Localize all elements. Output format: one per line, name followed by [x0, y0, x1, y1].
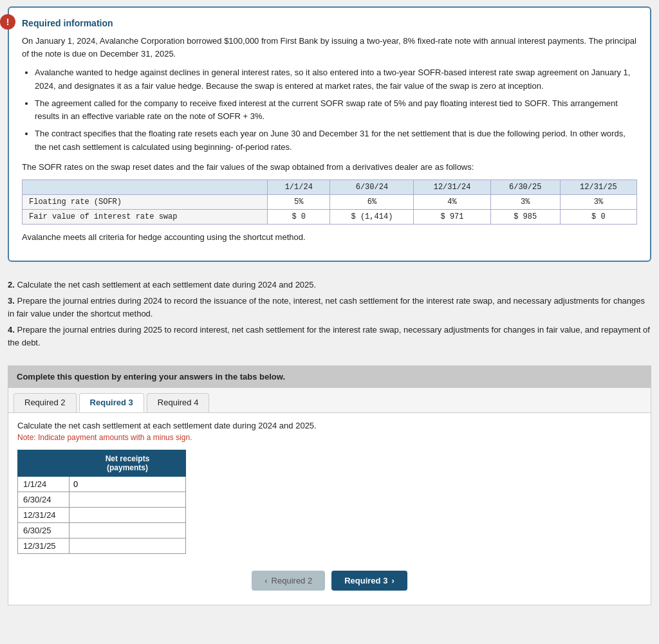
date-cell-2: 6/30/24 [18, 492, 70, 508]
input-12/31/24[interactable] [70, 508, 185, 522]
answer-table: Net receipts (payments) 1/1/24 [17, 450, 186, 554]
bullet-2: The agreement called for the company to … [35, 97, 637, 124]
nav-buttons: ‹ Required 2 Required 3 › [17, 564, 642, 597]
tab-note: Note: Indicate payment amounts with a mi… [17, 433, 642, 442]
table-row-1: 1/1/24 [18, 477, 186, 492]
sofr-table: 1/1/24 6/30/24 12/31/24 6/30/25 12/31/25… [22, 179, 637, 225]
info-closing: Avalanche meets all criteria for hedge a… [22, 231, 637, 244]
question-4: 4. Prepare the journal entries during 20… [8, 324, 651, 349]
sofr-row1-v3: 4% [414, 195, 490, 210]
info-paragraph1: On January 1, 2024, Avalanche Corporatio… [22, 35, 637, 60]
tab-description: Calculate the net cash settlement at eac… [17, 421, 642, 430]
tab-required4[interactable]: Required 4 [147, 393, 210, 412]
q4-text: Prepare the journal entries during 2025 … [8, 325, 650, 347]
tabs-wrapper: Required 2 Required 3 Required 4 Calcula… [8, 388, 651, 605]
complete-bar-text: Complete this question by entering your … [17, 372, 285, 382]
sofr-row2-v1: $ 0 [268, 210, 330, 225]
tab-required2[interactable]: Required 2 [14, 393, 77, 412]
info-box: ! Required information On January 1, 202… [8, 6, 651, 262]
sofr-row2-v3: $ 971 [414, 210, 490, 225]
table-row-3: 12/31/24 [18, 508, 186, 523]
tabs-row: Required 2 Required 3 Required 4 [8, 388, 651, 413]
exclamation-icon: ! [0, 14, 15, 30]
question-3: 3. Prepare the journal entries during 20… [8, 295, 651, 320]
input-cell-1[interactable] [70, 477, 186, 492]
date-cell-5: 12/31/25 [18, 538, 70, 554]
prev-label: Required 2 [272, 576, 313, 585]
q3-text: Prepare the journal entries during 2024 … [8, 296, 645, 318]
col-header-3: 12/31/24 [414, 180, 490, 195]
question-2: 2. Calculate the net cash settlement at … [8, 279, 651, 291]
prev-button[interactable]: ‹ Required 2 [252, 571, 325, 591]
input-cell-2[interactable] [70, 492, 186, 508]
q3-number: 3. [8, 296, 15, 306]
sofr-row1-v4: 3% [490, 195, 560, 210]
complete-bar: Complete this question by entering your … [8, 365, 651, 388]
input-cell-3[interactable] [70, 508, 186, 523]
sofr-intro: The SOFR rates on the swap reset dates a… [22, 161, 637, 174]
input-12/31/25[interactable] [70, 538, 185, 553]
sofr-row2-v2: $ (1,414) [330, 210, 414, 225]
page-wrapper: ! Required information On January 1, 202… [8, 6, 651, 605]
info-heading: Required information [22, 18, 637, 28]
date-cell-1: 1/1/24 [18, 477, 70, 492]
sofr-row2-v5: $ 0 [560, 210, 636, 225]
sofr-row2-label: Fair value of interest rate swap [23, 210, 268, 225]
bullet-3: The contract specifies that the floating… [35, 127, 637, 154]
input-cell-5[interactable] [70, 538, 186, 554]
sofr-row1-label: Floating rate (SOFR) [23, 195, 268, 210]
answer-table-wrapper: Net receipts (payments) 1/1/24 [17, 450, 642, 554]
input-cell-4[interactable] [70, 523, 186, 538]
table-row-2: 6/30/24 [18, 492, 186, 508]
col-header-empty [23, 180, 268, 195]
table-row-5: 12/31/25 [18, 538, 186, 554]
sofr-row1-v2: 6% [330, 195, 414, 210]
sofr-row1-v5: 3% [560, 195, 636, 210]
questions-section: 2. Calculate the net cash settlement at … [8, 272, 651, 360]
date-cell-3: 12/31/24 [18, 508, 70, 523]
bullet-1: Avalanche wanted to hedge against declin… [35, 66, 637, 93]
sofr-row-1: Floating rate (SOFR) 5% 6% 4% 3% 3% [23, 195, 637, 210]
sofr-row2-v4: $ 985 [490, 210, 560, 225]
info-bullets: Avalanche wanted to hedge against declin… [35, 66, 637, 154]
sofr-row-2: Fair value of interest rate swap $ 0 $ (… [23, 210, 637, 225]
col-header-4: 6/30/25 [490, 180, 560, 195]
table-row-4: 6/30/25 [18, 523, 186, 538]
col-date-header [18, 450, 70, 477]
next-label: Required 3 [344, 576, 387, 585]
tab-required3[interactable]: Required 3 [79, 393, 144, 412]
q2-text: Calculate the net cash settlement at eac… [17, 280, 316, 290]
q4-number: 4. [8, 325, 15, 335]
input-6/30/24[interactable] [70, 492, 185, 507]
input-6/30/25[interactable] [70, 523, 185, 538]
next-button[interactable]: Required 3 › [331, 571, 407, 591]
col-header-5: 12/31/25 [560, 180, 636, 195]
col-header-2: 6/30/24 [330, 180, 414, 195]
q2-number: 2. [8, 280, 15, 290]
col-header-1: 1/1/24 [268, 180, 330, 195]
date-cell-4: 6/30/25 [18, 523, 70, 538]
tab-content-req2: Calculate the net cash settlement at eac… [8, 413, 651, 605]
prev-arrow-icon: ‹ [265, 576, 267, 585]
input-1/1/24[interactable] [70, 477, 185, 492]
sofr-row1-v1: 5% [268, 195, 330, 210]
next-arrow-icon: › [391, 576, 394, 585]
col-receipts-header: Net receipts (payments) [70, 450, 186, 477]
